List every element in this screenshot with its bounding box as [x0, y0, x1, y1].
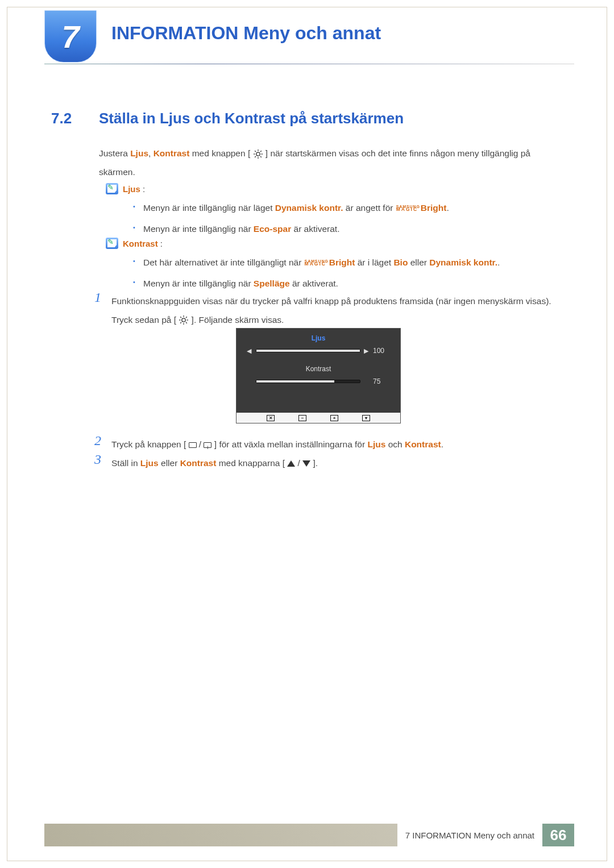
step-3-text: Ställ in Ljus eller Kontrast med knappar…	[111, 454, 551, 473]
step-3-number: 3	[94, 452, 101, 467]
samsung-magic-icon: SAMSUNGMAGIC	[305, 260, 329, 267]
samsung-magic-icon: SAMSUNGMAGIC	[396, 206, 420, 212]
svg-point-9	[182, 318, 185, 322]
svg-point-0	[256, 152, 259, 156]
source-plus-icon	[204, 442, 211, 448]
intro-sep: ,	[148, 148, 154, 158]
kontrast-bullet-list: Det här alternativet är inte tillgänglig…	[133, 254, 551, 296]
step-1-text: Funktionsknappguiden visas när du trycke…	[111, 292, 551, 329]
triangle-down-icon	[302, 460, 310, 467]
slider-fill	[256, 350, 360, 352]
intro-paragraph: Justera Ljus, Kontrast med knappen [ ] n…	[99, 144, 551, 181]
note-icon	[106, 183, 118, 194]
svg-line-5	[255, 151, 256, 152]
chapter-title: INFORMATION Meny och annat	[111, 23, 381, 44]
intro-mid: med knappen [	[189, 148, 252, 158]
osd-screenshot: Ljus ◀ ▶ 100 Kontrast ◀ ▶ 75 ✕ − + ▾	[236, 328, 401, 423]
arrow-right-icon: ▶	[364, 347, 370, 355]
osd-kontrast-slider: ◀ ▶ 75	[237, 377, 400, 385]
osd-ljus-value: 100	[373, 347, 390, 355]
svg-line-7	[255, 156, 256, 157]
ljus-bullet-list: Menyn är inte tillgänglig när läget Dyna…	[133, 199, 551, 241]
svg-line-17	[186, 317, 187, 318]
note-kontrast-label: Kontrast :	[123, 239, 163, 248]
list-item: Menyn är inte tillgänglig när Eco-spar ä…	[133, 220, 551, 238]
brightness-icon	[253, 149, 263, 159]
osd-plus-icon: +	[330, 415, 338, 421]
svg-line-8	[260, 151, 262, 152]
osd-down-icon: ▾	[362, 415, 370, 421]
footer-bar: 7 INFORMATION Meny och annat 66	[44, 824, 574, 846]
step-2-number: 2	[94, 433, 101, 448]
footer-decoration	[44, 824, 397, 846]
page-number: 66	[542, 824, 574, 846]
brightness-icon	[179, 315, 189, 325]
osd-kontrast-label: Kontrast	[237, 365, 400, 373]
arrow-left-icon: ◀	[247, 347, 252, 355]
osd-close-icon: ✕	[267, 415, 275, 421]
header-divider	[44, 64, 574, 64]
intro-ljus: Ljus	[130, 148, 148, 158]
chapter-number-badge: 7	[44, 10, 97, 63]
svg-line-14	[181, 317, 182, 318]
svg-line-16	[181, 322, 182, 323]
source-icon	[189, 442, 197, 448]
osd-button-bar: ✕ − + ▾	[237, 413, 400, 423]
note-icon	[106, 238, 118, 249]
svg-line-15	[186, 322, 187, 323]
osd-ljus-label: Ljus	[237, 334, 400, 342]
slider-fill	[256, 380, 334, 383]
slider-track	[256, 380, 360, 383]
note-ljus: Ljus :	[106, 183, 145, 194]
osd-kontrast-value: 75	[373, 377, 390, 385]
step-1-number: 1	[94, 290, 101, 305]
note-kontrast: Kontrast :	[106, 238, 163, 249]
intro-kontrast: Kontrast	[154, 148, 190, 158]
intro-pre: Justera	[99, 148, 130, 158]
osd-ljus-slider: ◀ ▶ 100	[237, 347, 400, 355]
svg-line-6	[260, 156, 262, 157]
step-2-text: Tryck på knappen [ / ] för att växla mel…	[111, 435, 551, 454]
note-ljus-label: Ljus :	[123, 184, 145, 194]
section-title: Ställa in Ljus och Kontrast på startskär…	[99, 110, 404, 127]
list-item: Det här alternativet är inte tillgänglig…	[133, 254, 551, 271]
list-item: Menyn är inte tillgänglig när Spelläge ä…	[133, 275, 551, 292]
footer-chapter-ref: 7 INFORMATION Meny och annat	[397, 824, 542, 846]
slider-track	[256, 349, 360, 352]
osd-minus-icon: −	[298, 415, 306, 421]
section-number: 7.2	[51, 110, 72, 127]
chapter-number: 7	[61, 18, 79, 55]
triangle-up-icon	[287, 460, 295, 467]
list-item: Menyn är inte tillgänglig när läget Dyna…	[133, 199, 551, 217]
